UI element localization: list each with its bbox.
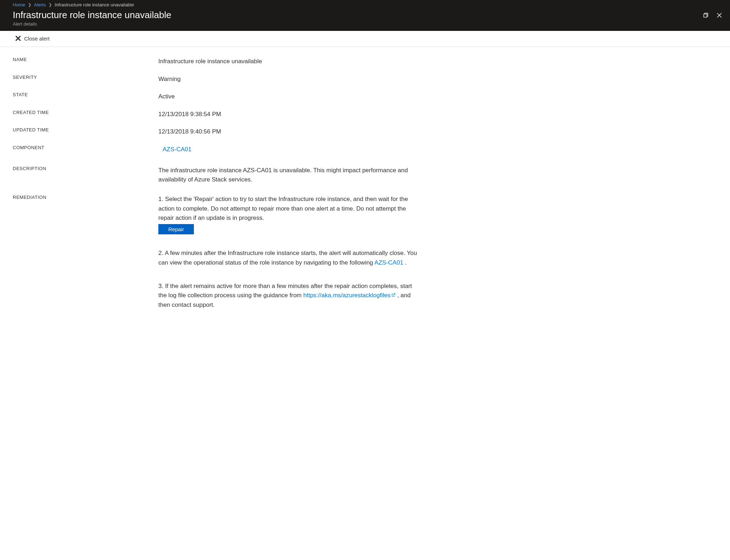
chevron-right-icon: ❯ xyxy=(28,2,31,7)
page-subtitle: Alert details xyxy=(13,21,171,27)
value-severity: Warning xyxy=(158,75,181,84)
field-description: DESCRIPTION The infrastructure role inst… xyxy=(13,166,420,184)
chevron-right-icon: ❯ xyxy=(49,2,52,7)
field-updated-time: UPDATED TIME 12/13/2018 9:40:56 PM xyxy=(13,127,420,136)
field-created-time: CREATED TIME 12/13/2018 9:38:54 PM xyxy=(13,110,420,119)
label-created-time: CREATED TIME xyxy=(13,110,158,115)
remediation-step-3-text: 3. If the alert remains active for more … xyxy=(158,282,420,310)
field-state: STATE Active xyxy=(13,92,420,101)
title-row: Infrastructure role instance unavailable… xyxy=(0,9,730,31)
content: NAME Infrastructure role instance unavai… xyxy=(0,47,433,320)
header-bar: Home ❯ Alerts ❯ Infrastructure role inst… xyxy=(0,0,730,31)
field-severity: SEVERITY Warning xyxy=(13,75,420,84)
label-remediation: REMEDIATION xyxy=(13,195,158,200)
close-alert-label: Close alert xyxy=(24,36,50,42)
remediation-step-3: 3. If the alert remains active for more … xyxy=(158,282,420,310)
value-name: Infrastructure role instance unavailable xyxy=(158,57,262,66)
remediation-step-1: 1. Select the 'Repair' action to try to … xyxy=(158,195,420,234)
value-description: The infrastructure role instance AZS-CA0… xyxy=(158,166,420,184)
repair-button[interactable]: Repair xyxy=(158,224,194,234)
svg-rect-1 xyxy=(704,14,707,17)
external-link-icon xyxy=(391,291,396,300)
field-remediation: REMEDIATION 1. Select the 'Repair' actio… xyxy=(13,195,420,310)
value-component-link[interactable]: AZS-CA01 xyxy=(158,145,191,154)
breadcrumb-home[interactable]: Home xyxy=(13,2,25,7)
label-state: STATE xyxy=(13,92,158,97)
close-alert-button[interactable]: Close alert xyxy=(13,34,52,43)
label-component: COMPONENT xyxy=(13,145,158,150)
value-updated-time: 12/13/2018 9:40:56 PM xyxy=(158,127,221,136)
remediation-step-2: 2. A few minutes after the Infrastructur… xyxy=(158,249,420,267)
remediation-step-2-text: 2. A few minutes after the Infrastructur… xyxy=(158,249,420,267)
field-component: COMPONENT AZS-CA01 xyxy=(13,145,420,154)
restore-window-button[interactable] xyxy=(702,12,709,19)
label-severity: SEVERITY xyxy=(13,75,158,80)
page-title: Infrastructure role instance unavailable xyxy=(13,10,171,21)
label-updated-time: UPDATED TIME xyxy=(13,127,158,132)
value-remediation: 1. Select the 'Repair' action to try to … xyxy=(158,195,420,310)
value-created-time: 12/13/2018 9:38:54 PM xyxy=(158,110,221,119)
breadcrumb-alerts[interactable]: Alerts xyxy=(34,2,46,7)
role-instance-link[interactable]: AZS-CA01 xyxy=(375,259,403,266)
toolbar: Close alert xyxy=(0,31,730,47)
label-name: NAME xyxy=(13,57,158,62)
breadcrumb-current: Infrastructure role instance unavailable xyxy=(55,2,134,7)
value-state: Active xyxy=(158,92,175,101)
restore-icon xyxy=(703,12,709,18)
logfiles-link[interactable]: https://aka.ms/azurestacklogfiles xyxy=(303,292,396,299)
close-icon xyxy=(717,12,722,18)
field-name: NAME Infrastructure role instance unavai… xyxy=(13,57,420,66)
label-description: DESCRIPTION xyxy=(13,166,158,171)
breadcrumb: Home ❯ Alerts ❯ Infrastructure role inst… xyxy=(0,0,730,9)
close-icon xyxy=(15,35,21,42)
close-window-button[interactable] xyxy=(716,12,723,19)
remediation-step-1-text: 1. Select the 'Repair' action to try to … xyxy=(158,195,420,223)
